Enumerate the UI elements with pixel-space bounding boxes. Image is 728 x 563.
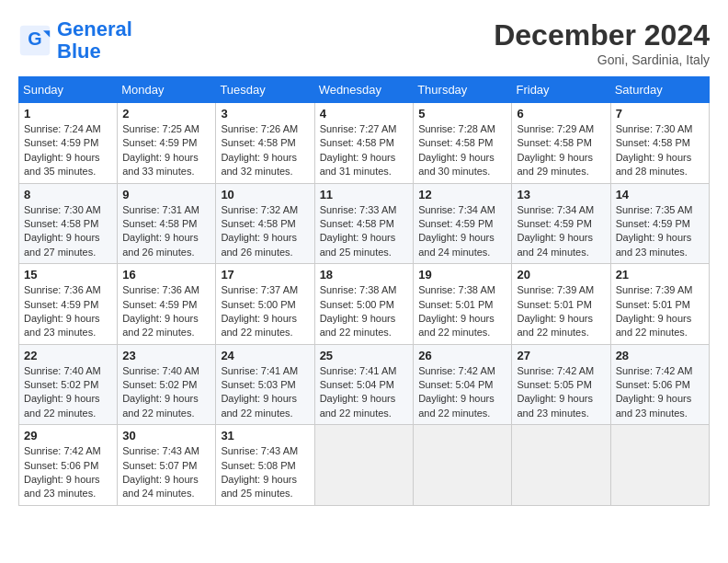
- day-number: 9: [122, 188, 210, 201]
- calendar-cell: 3 Sunrise: 7:26 AM Sunset: 4:58 PM Dayli…: [216, 103, 314, 184]
- daylight-label: Daylight: 9 hours and 22 minutes.: [320, 393, 396, 418]
- day-info: Sunrise: 7:40 AM Sunset: 5:02 PM Dayligh…: [24, 364, 112, 421]
- day-info: Sunrise: 7:38 AM Sunset: 5:00 PM Dayligh…: [320, 283, 409, 340]
- calendar-cell: 31 Sunrise: 7:43 AM Sunset: 5:08 PM Dayl…: [216, 425, 314, 506]
- calendar-cell: 25 Sunrise: 7:41 AM Sunset: 5:04 PM Dayl…: [314, 344, 414, 425]
- sunrise-label: Sunrise: 7:32 AM: [221, 204, 298, 215]
- calendar-header-row: SundayMondayTuesdayWednesdayThursdayFrid…: [19, 77, 710, 103]
- daylight-label: Daylight: 9 hours and 32 minutes.: [221, 152, 297, 177]
- sunset-label: Sunset: 5:04 PM: [320, 379, 394, 390]
- calendar-cell: 11 Sunrise: 7:33 AM Sunset: 4:58 PM Dayl…: [314, 183, 414, 264]
- day-info: Sunrise: 7:29 AM Sunset: 4:58 PM Dayligh…: [517, 122, 605, 179]
- day-info: Sunrise: 7:42 AM Sunset: 5:06 PM Dayligh…: [24, 444, 112, 501]
- day-info: Sunrise: 7:34 AM Sunset: 4:59 PM Dayligh…: [517, 203, 605, 260]
- daylight-label: Daylight: 9 hours and 22 minutes.: [122, 393, 199, 418]
- sunset-label: Sunset: 5:01 PM: [418, 299, 493, 310]
- calendar-week-1: 1 Sunrise: 7:24 AM Sunset: 4:59 PM Dayli…: [19, 103, 710, 184]
- day-number: 30: [122, 429, 210, 442]
- day-info: Sunrise: 7:42 AM Sunset: 5:04 PM Dayligh…: [418, 364, 506, 421]
- sunset-label: Sunset: 4:58 PM: [418, 137, 493, 148]
- calendar-cell: 12 Sunrise: 7:34 AM Sunset: 4:59 PM Dayl…: [414, 183, 512, 264]
- sunset-label: Sunset: 5:08 PM: [221, 460, 295, 471]
- svg-text:G: G: [28, 29, 41, 50]
- day-info: Sunrise: 7:43 AM Sunset: 5:08 PM Dayligh…: [221, 444, 309, 501]
- daylight-label: Daylight: 9 hours and 22 minutes.: [418, 393, 495, 418]
- calendar-cell: 17 Sunrise: 7:37 AM Sunset: 5:00 PM Dayl…: [216, 264, 314, 345]
- sunrise-label: Sunrise: 7:43 AM: [221, 445, 298, 456]
- sunset-label: Sunset: 4:58 PM: [221, 218, 295, 229]
- weekday-header-friday: Friday: [512, 77, 610, 103]
- sunrise-label: Sunrise: 7:40 AM: [24, 365, 101, 376]
- sunset-label: Sunset: 5:07 PM: [122, 460, 197, 471]
- calendar-cell: [414, 425, 512, 506]
- day-info: Sunrise: 7:28 AM Sunset: 4:58 PM Dayligh…: [418, 122, 506, 179]
- sunrise-label: Sunrise: 7:30 AM: [616, 123, 693, 134]
- daylight-label: Daylight: 9 hours and 25 minutes.: [320, 232, 396, 257]
- day-number: 27: [517, 349, 605, 362]
- day-number: 11: [320, 188, 409, 201]
- sunset-label: Sunset: 4:58 PM: [122, 218, 197, 229]
- sunrise-label: Sunrise: 7:24 AM: [24, 123, 101, 134]
- calendar-cell: [610, 425, 709, 506]
- day-info: Sunrise: 7:25 AM Sunset: 4:59 PM Dayligh…: [122, 122, 210, 179]
- calendar-cell: 26 Sunrise: 7:42 AM Sunset: 5:04 PM Dayl…: [414, 344, 512, 425]
- sunset-label: Sunset: 4:59 PM: [122, 299, 197, 310]
- sunset-label: Sunset: 5:04 PM: [418, 379, 493, 390]
- daylight-label: Daylight: 9 hours and 23 minutes.: [517, 393, 593, 418]
- sunrise-label: Sunrise: 7:27 AM: [320, 123, 397, 134]
- daylight-label: Daylight: 9 hours and 28 minutes.: [616, 152, 692, 177]
- sunset-label: Sunset: 5:01 PM: [616, 299, 690, 310]
- sunrise-label: Sunrise: 7:39 AM: [616, 284, 693, 295]
- calendar-cell: 6 Sunrise: 7:29 AM Sunset: 4:58 PM Dayli…: [512, 103, 610, 184]
- weekday-header-thursday: Thursday: [414, 77, 512, 103]
- sunset-label: Sunset: 4:59 PM: [616, 218, 690, 229]
- day-info: Sunrise: 7:39 AM Sunset: 5:01 PM Dayligh…: [616, 283, 704, 340]
- location: Goni, Sardinia, Italy: [494, 52, 710, 67]
- day-info: Sunrise: 7:42 AM Sunset: 5:05 PM Dayligh…: [517, 364, 605, 421]
- sunset-label: Sunset: 5:00 PM: [320, 299, 394, 310]
- day-info: Sunrise: 7:36 AM Sunset: 4:59 PM Dayligh…: [122, 283, 210, 340]
- day-number: 2: [122, 107, 210, 121]
- calendar-week-4: 22 Sunrise: 7:40 AM Sunset: 5:02 PM Dayl…: [19, 344, 710, 425]
- calendar-cell: 18 Sunrise: 7:38 AM Sunset: 5:00 PM Dayl…: [314, 264, 414, 345]
- daylight-label: Daylight: 9 hours and 33 minutes.: [122, 152, 199, 177]
- sunset-label: Sunset: 4:59 PM: [24, 299, 98, 310]
- day-number: 25: [320, 349, 409, 362]
- calendar-cell: [512, 425, 610, 506]
- sunset-label: Sunset: 5:01 PM: [517, 299, 591, 310]
- daylight-label: Daylight: 9 hours and 27 minutes.: [24, 232, 100, 257]
- calendar-week-5: 29 Sunrise: 7:42 AM Sunset: 5:06 PM Dayl…: [19, 425, 710, 506]
- sunrise-label: Sunrise: 7:35 AM: [616, 204, 693, 215]
- sunset-label: Sunset: 4:58 PM: [517, 137, 591, 148]
- day-number: 23: [122, 349, 210, 362]
- day-number: 1: [24, 107, 112, 121]
- day-info: Sunrise: 7:43 AM Sunset: 5:07 PM Dayligh…: [122, 444, 210, 501]
- daylight-label: Daylight: 9 hours and 22 minutes.: [221, 393, 297, 418]
- calendar-cell: 8 Sunrise: 7:30 AM Sunset: 4:58 PM Dayli…: [19, 183, 118, 264]
- sunrise-label: Sunrise: 7:34 AM: [517, 204, 594, 215]
- calendar-cell: 30 Sunrise: 7:43 AM Sunset: 5:07 PM Dayl…: [118, 425, 216, 506]
- sunrise-label: Sunrise: 7:41 AM: [320, 365, 397, 376]
- sunset-label: Sunset: 4:59 PM: [418, 218, 493, 229]
- daylight-label: Daylight: 9 hours and 22 minutes.: [616, 313, 692, 338]
- daylight-label: Daylight: 9 hours and 24 minutes.: [517, 232, 593, 257]
- day-number: 3: [221, 107, 309, 121]
- title-block: December 2024 Goni, Sardinia, Italy: [494, 18, 710, 67]
- sunset-label: Sunset: 4:58 PM: [320, 218, 394, 229]
- day-number: 17: [221, 268, 309, 282]
- sunrise-label: Sunrise: 7:42 AM: [418, 365, 495, 376]
- daylight-label: Daylight: 9 hours and 22 minutes.: [221, 313, 297, 338]
- sunset-label: Sunset: 5:02 PM: [24, 379, 98, 390]
- day-number: 24: [221, 349, 309, 362]
- calendar-table: SundayMondayTuesdayWednesdayThursdayFrid…: [18, 76, 710, 506]
- daylight-label: Daylight: 9 hours and 22 minutes.: [24, 393, 100, 418]
- sunset-label: Sunset: 5:03 PM: [221, 379, 295, 390]
- day-number: 7: [616, 107, 704, 121]
- sunset-label: Sunset: 4:58 PM: [616, 137, 690, 148]
- daylight-label: Daylight: 9 hours and 25 minutes.: [221, 474, 297, 499]
- sunrise-label: Sunrise: 7:33 AM: [320, 204, 397, 215]
- sunrise-label: Sunrise: 7:37 AM: [221, 284, 298, 295]
- sunrise-label: Sunrise: 7:41 AM: [221, 365, 298, 376]
- day-number: 13: [517, 188, 605, 201]
- day-info: Sunrise: 7:35 AM Sunset: 4:59 PM Dayligh…: [616, 203, 704, 260]
